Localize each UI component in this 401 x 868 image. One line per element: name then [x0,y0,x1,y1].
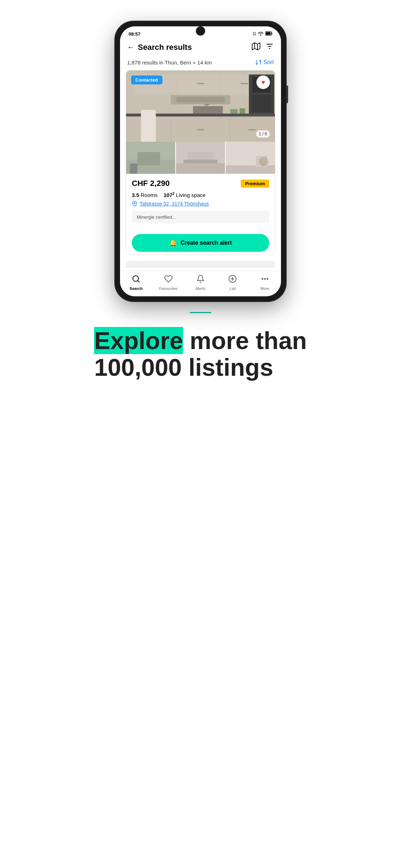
image-counter: 1 / 6 [256,130,270,137]
minergie-text: Minergie certified... [137,214,176,220]
nav-search[interactable]: Search [125,275,147,291]
back-button[interactable]: ← [127,43,134,51]
svg-rect-30 [141,110,156,142]
top-bar-left: ← Search results [127,43,192,52]
results-count: 1,878 results in Thun, Bern + 14 km [127,59,212,66]
svg-rect-12 [177,75,220,94]
svg-rect-25 [197,129,204,130]
main-image-container: Contacted ♥ 1 / 6 [126,71,275,142]
svg-line-50 [138,281,139,282]
svg-point-55 [264,279,265,280]
top-bar: ← Search results [120,39,281,57]
explore-rest: more than [183,327,307,354]
next-card-partial [126,261,275,268]
area-label: Living space [176,192,205,198]
svg-point-54 [262,279,263,280]
property-details: CHF 2,290 Premium 3.5 Rooms 1072 Living … [126,174,275,230]
svg-rect-2 [266,32,271,35]
svg-rect-38 [137,152,160,165]
favourites-nav-label: Favourites [159,286,177,291]
bottom-nav: Search Favourites [120,271,281,296]
svg-rect-26 [248,129,256,130]
sort-label: Sort [264,59,274,66]
more-nav-icon [261,275,269,285]
status-icons: G [253,31,272,37]
premium-badge: Premium [241,180,269,188]
nav-more[interactable]: More [254,275,276,291]
svg-rect-29 [204,104,209,105]
property-address[interactable]: Talstrasse 52, 3174 Thörishaus [132,201,269,207]
thumbnail-2[interactable] [176,142,225,174]
results-bar: 1,878 results in Thun, Bern + 14 km Sort [120,57,281,70]
svg-rect-43 [187,152,214,160]
address-text: Talstrasse 52, 3174 Thörishaus [140,201,209,207]
svg-rect-45 [226,165,275,174]
area-sup: 2 [172,192,175,196]
nav-list[interactable]: List [222,275,243,291]
explore-highlight: Explore [94,327,183,354]
phone-screen: 08:57 G ← Search results [120,26,281,296]
rooms-label: Rooms [141,192,158,198]
camera-notch [196,26,205,36]
bell-nav-icon [196,275,205,285]
battery-icon [265,31,272,37]
status-time: 08:57 [129,31,140,37]
side-button [286,85,288,103]
search-alert-button[interactable]: 🔔 Create search alert [132,234,269,252]
search-alert-label: Create search alert [181,240,232,246]
more-nav-label: More [260,286,269,291]
list-nav-icon [228,275,237,285]
property-price: CHF 2,290 [132,179,170,188]
top-bar-right [252,42,274,52]
svg-rect-42 [183,160,218,163]
rooms-value: 3.5 [132,192,139,198]
price-row: CHF 2,290 Premium [132,179,269,188]
search-nav-icon [132,275,140,285]
alerts-nav-label: Alerts [196,286,205,291]
sort-button[interactable]: Sort [255,59,274,66]
property-card[interactable]: Contacted ♥ 1 / 6 [126,70,275,255]
svg-rect-27 [193,106,223,114]
divider-line [190,312,211,313]
svg-marker-3 [252,43,260,50]
svg-rect-18 [176,97,225,103]
svg-rect-15 [197,83,204,84]
minergie-bar: Minergie certified... [132,211,269,223]
search-alert-container: 🔔 Create search alert [126,230,275,255]
map-icon[interactable] [252,42,260,52]
svg-rect-39 [130,163,137,174]
page-title: Search results [138,43,192,52]
svg-point-56 [267,279,268,280]
thumbnail-3[interactable] [226,142,275,174]
thumbnail-row [126,142,275,174]
svg-point-47 [259,157,268,166]
svg-point-48 [134,203,135,204]
svg-rect-41 [176,163,225,174]
filter-icon[interactable] [265,42,274,52]
heart-nav-icon [164,275,173,285]
svg-rect-32 [240,108,245,114]
bottom-text-section: Explore more than 100,000 listings [73,327,328,381]
nav-favourites[interactable]: Favourites [158,275,179,291]
svg-rect-31 [230,109,238,114]
carrier-icon: G [253,31,256,36]
bell-icon: 🔔 [169,239,177,247]
nav-alerts[interactable]: Alerts [190,275,211,291]
favorite-button[interactable]: ♥ [256,76,270,89]
wifi-icon [258,31,264,37]
explore-line: Explore more than [94,327,307,354]
bottom-subtext: 100,000 listings [94,354,307,381]
phone-shell: 08:57 G ← Search results [115,21,286,301]
thumbnail-1[interactable] [126,142,175,174]
heart-icon: ♥ [261,79,265,86]
contacted-badge: Contacted [131,76,162,84]
list-nav-label: List [230,286,236,291]
search-nav-label: Search [130,286,143,291]
area-value: 107 [163,192,172,198]
svg-rect-16 [241,83,248,84]
svg-rect-35 [252,95,271,112]
svg-rect-1 [272,32,272,34]
property-specs: 3.5 Rooms 1072 Living space [132,192,269,198]
